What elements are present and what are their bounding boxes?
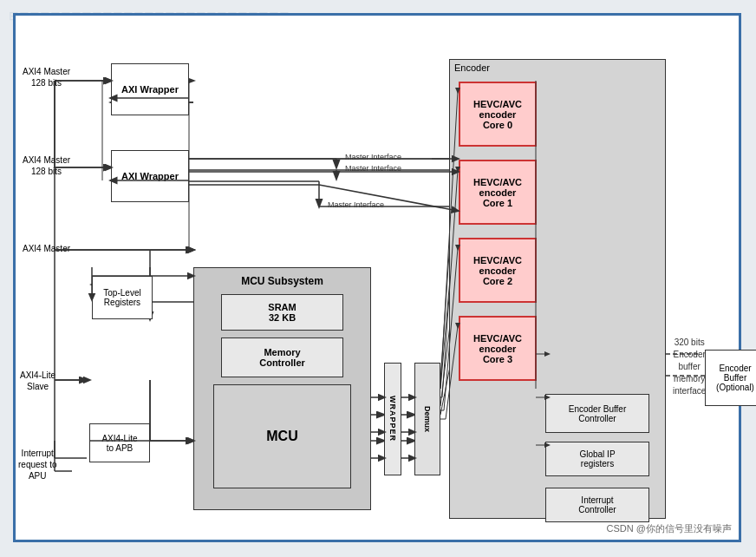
demux-box: Demux xyxy=(414,363,440,475)
encoder-box: Encoder HEVC/AVCencoderCore 0 HEVC/AVCen… xyxy=(449,59,666,519)
hevc-core-0: HEVC/AVCencoderCore 0 xyxy=(459,82,537,147)
encoder-buffer-optional: EncoderBuffer(Optional) xyxy=(705,350,756,406)
axi4-master-top-label: AXI4 Master 128 bits xyxy=(23,66,70,88)
axi-wrapper-mid: AXI Wrapper xyxy=(111,150,189,202)
encoder-title: Encoder xyxy=(450,60,665,75)
global-ip-registers: Global IPregisters xyxy=(545,442,649,476)
interrupt-apu-label: Interruptrequest toAPU xyxy=(18,448,56,482)
wrapper-box: WRAPPER xyxy=(384,363,401,475)
top-level-registers: Top-LevelRegisters xyxy=(92,276,153,319)
axi-wrapper-top: AXI Wrapper xyxy=(111,63,189,115)
encoder-buffer-controller: Encoder BufferController xyxy=(545,394,649,433)
sram-box: SRAM32 KB xyxy=(221,294,342,331)
bits-label: 320 bitsEncoderbuffermemoryinterface xyxy=(673,337,706,397)
axi4lite-apb-box: AXI4-Liteto APB xyxy=(89,423,150,462)
master-interface-label-3: Master Interface xyxy=(328,200,384,209)
memory-controller-box: MemoryController xyxy=(221,337,342,377)
mcu-box: MCU xyxy=(213,384,351,488)
master-interface-label-2: Master Interface xyxy=(345,164,401,173)
axi4-master-mid-label: AXI4 Master128 bits xyxy=(23,154,70,177)
hevc-core-3: HEVC/AVCencoderCore 3 xyxy=(459,316,537,381)
watermark: CSDN @你的信号里没有噪声 xyxy=(607,522,732,535)
hevc-core-1: HEVC/AVCencoderCore 1 xyxy=(459,160,537,225)
master-interface-label-1: Master Interface xyxy=(345,153,401,161)
mcu-subsystem-title: MCU Subsystem xyxy=(201,275,363,287)
mcu-subsystem: MCU Subsystem SRAM32 KB MemoryController… xyxy=(193,267,371,510)
axi4-master-bot-label: AXI4 Master xyxy=(23,244,70,253)
hevc-core-2: HEVC/AVCencoderCore 2 xyxy=(459,238,537,303)
axi4lite-slave-label: AXI4-LiteSlave xyxy=(20,370,55,392)
interrupt-controller: InterruptController xyxy=(545,488,649,522)
